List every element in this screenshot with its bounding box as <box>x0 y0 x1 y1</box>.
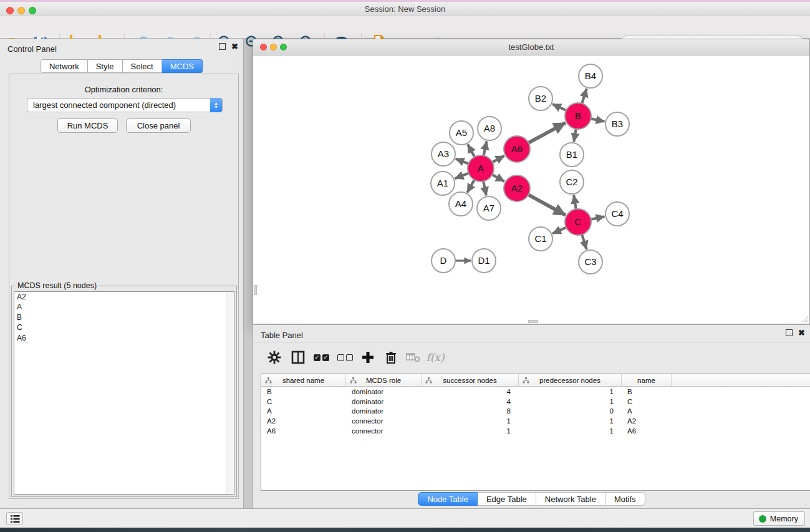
table-cell[interactable]: C <box>261 397 346 407</box>
column-header-predecessor-nodes[interactable]: predecessor nodes <box>519 374 622 386</box>
network-window-titlebar[interactable]: testGlobe.txt <box>253 39 809 56</box>
table-cell[interactable]: A <box>622 407 672 417</box>
table-cell[interactable]: dominator <box>346 407 422 417</box>
node-B4[interactable]: B4 <box>579 64 602 88</box>
table-cell[interactable]: connector <box>346 426 422 436</box>
edge-A-A3[interactable] <box>456 159 470 165</box>
column-header-shared-name[interactable]: shared name <box>261 374 346 386</box>
edge-B-B1[interactable] <box>574 128 576 142</box>
edge-A6-B[interactable] <box>528 123 566 143</box>
split-columns-icon[interactable] <box>289 349 307 366</box>
tab-mcds[interactable]: MCDS <box>162 59 203 73</box>
node-C[interactable]: C <box>565 209 591 235</box>
table-cell[interactable]: B <box>622 387 672 397</box>
node-A6[interactable]: A6 <box>504 136 530 162</box>
edge-A-A4[interactable] <box>467 179 475 193</box>
node-D[interactable]: D <box>432 249 455 273</box>
node-A3[interactable]: A3 <box>432 142 455 166</box>
node-A1[interactable]: A1 <box>431 172 455 195</box>
node-A5[interactable]: A5 <box>450 121 473 145</box>
table-row[interactable]: A2connector11A2 <box>261 416 810 426</box>
edge-A-A8[interactable] <box>483 142 486 157</box>
column-header-name[interactable]: name <box>622 374 672 386</box>
column-header-mcds-role[interactable]: MCDS role <box>346 374 422 386</box>
node-table[interactable]: shared nameMCDS rolesuccessor nodesprede… <box>261 374 810 491</box>
table-cell[interactable]: 1 <box>422 416 519 426</box>
network-graph[interactable]: B4B2BB3A5A8A6B1A3AC2A1A2A4A7C4CC1C3DD1 <box>253 56 809 324</box>
table-row[interactable]: A6connector11A6 <box>261 426 810 436</box>
edge-A-A1[interactable] <box>455 173 470 178</box>
close-panel-icon[interactable]: ✖ <box>231 43 238 50</box>
table-cell[interactable]: 4 <box>422 387 519 397</box>
task-history-button[interactable] <box>6 512 23 525</box>
mcds-result-list[interactable]: A2ABCA6 <box>14 291 234 495</box>
table-row[interactable]: Bdominator41B <box>261 387 810 397</box>
node-A8[interactable]: A8 <box>478 117 501 140</box>
table-cell[interactable]: A2 <box>622 416 672 426</box>
tab-edge-table[interactable]: Edge Table <box>478 492 536 506</box>
vertical-scrollbar-thumb[interactable] <box>254 285 257 295</box>
table-row[interactable]: Adominator80A <box>261 407 810 417</box>
horizontal-scrollbar-thumb[interactable] <box>528 320 538 323</box>
edge-A-A6[interactable] <box>491 156 504 163</box>
float-panel-icon[interactable] <box>219 43 226 50</box>
edge-A-A5[interactable] <box>468 144 475 158</box>
select-all-checkboxes-icon[interactable] <box>312 349 330 366</box>
memory-button[interactable]: Memory <box>753 511 805 526</box>
node-D1[interactable]: D1 <box>472 249 496 273</box>
node-A7[interactable]: A7 <box>477 196 501 220</box>
edge-B-B4[interactable] <box>582 89 587 105</box>
node-A2[interactable]: A2 <box>504 175 530 201</box>
criterion-select[interactable]: largest connected component (directed) ▲… <box>27 98 223 112</box>
node-C2[interactable]: C2 <box>560 170 584 194</box>
tab-network[interactable]: Network <box>41 59 88 73</box>
float-table-panel-icon[interactable] <box>786 329 793 336</box>
tab-node-table[interactable]: Node Table <box>418 492 478 506</box>
edge-C-C3[interactable] <box>582 233 587 249</box>
close-panel-button[interactable]: Close panel <box>126 118 191 133</box>
table-cell[interactable]: 1 <box>519 416 622 426</box>
result-item[interactable]: A6 <box>14 333 234 343</box>
network-canvas[interactable]: B4B2BB3A5A8A6B1A3AC2A1A2A4A7C4CC1C3DD1 <box>253 56 809 324</box>
result-item[interactable]: A2 <box>14 292 234 302</box>
table-cell[interactable]: connector <box>346 416 422 426</box>
table-cell[interactable]: 0 <box>519 407 622 417</box>
table-cell[interactable]: 1 <box>519 426 622 436</box>
table-cell[interactable]: A2 <box>261 416 346 426</box>
table-cell[interactable]: A <box>261 407 346 417</box>
table-cell[interactable]: 1 <box>519 387 622 397</box>
edge-A-A2[interactable] <box>491 174 504 181</box>
table-cell[interactable]: dominator <box>346 397 422 407</box>
edge-B-B3[interactable] <box>590 118 605 122</box>
add-column-icon[interactable] <box>359 349 377 366</box>
result-item[interactable]: C <box>14 322 234 332</box>
run-mcds-button[interactable]: Run MCDS <box>57 118 118 133</box>
table-cell[interactable]: C <box>622 397 672 407</box>
table-cell[interactable]: 8 <box>422 407 519 417</box>
column-header-successor-nodes[interactable]: successor nodes <box>422 374 519 386</box>
result-scrollbar[interactable] <box>226 292 234 494</box>
edge-C-C2[interactable] <box>574 195 576 210</box>
node-B[interactable]: B <box>565 103 591 129</box>
table-cell[interactable]: 4 <box>422 397 519 407</box>
edge-A2-C[interactable] <box>528 194 566 215</box>
delete-columns-icon[interactable] <box>382 349 400 366</box>
close-table-panel-icon[interactable]: ✖ <box>798 329 805 336</box>
edge-C-C1[interactable] <box>552 227 567 234</box>
node-A4[interactable]: A4 <box>449 192 473 216</box>
table-cell[interactable]: B <box>261 387 346 397</box>
result-item[interactable]: B <box>14 312 234 322</box>
node-C3[interactable]: C3 <box>579 250 602 274</box>
tab-motifs[interactable]: Motifs <box>605 492 645 506</box>
table-cell[interactable]: dominator <box>346 387 422 397</box>
node-B2[interactable]: B2 <box>529 87 552 110</box>
table-cell[interactable]: 1 <box>422 426 519 436</box>
table-row[interactable]: Cdominator41C <box>261 397 810 407</box>
edge-B-B2[interactable] <box>552 104 567 111</box>
node-A[interactable]: A <box>468 155 494 181</box>
table-cell[interactable]: 1 <box>519 397 622 407</box>
node-B1[interactable]: B1 <box>560 143 584 167</box>
result-item[interactable]: A <box>14 302 234 312</box>
tab-style[interactable]: Style <box>88 59 123 73</box>
deselect-all-checkboxes-icon[interactable] <box>336 349 354 366</box>
